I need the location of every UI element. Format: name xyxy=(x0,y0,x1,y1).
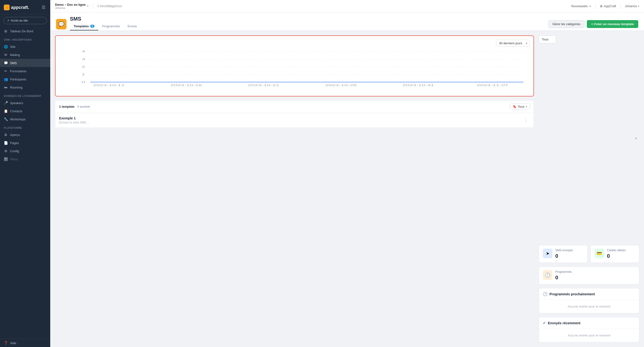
tab-templates[interactable]: Templates 1 xyxy=(70,22,98,30)
template-count: 1 template xyxy=(59,105,74,108)
sidebar-item-label: Rooming xyxy=(10,86,22,89)
sidebar-item-workshops[interactable]: 🔧 Workshops xyxy=(0,115,50,123)
svg-text:1: 1 xyxy=(82,73,86,76)
period-select[interactable]: 30 derniers jours 7 derniers jours 90 de… xyxy=(496,40,530,47)
tab-templates-badge: 1 xyxy=(90,25,94,28)
page-body: 30 derniers jours 7 derniers jours 90 de… xyxy=(50,31,644,347)
sidebar: 🔶 appcraft. ☰ ↗ Accès au site ⊞ Tableau … xyxy=(0,0,50,347)
sidebar-item-label: Aide xyxy=(10,341,16,345)
programmed-card-header: 🕐 Programmés prochainement xyxy=(539,288,639,300)
sidebar-item-contacts[interactable]: 📋 Contacts xyxy=(0,107,50,115)
mail-icon: ✉ xyxy=(4,53,8,57)
sidebar-item-tableau[interactable]: ⊞ Tableau De Bord xyxy=(0,27,50,35)
chevron-down-icon: ▾ xyxy=(87,4,88,8)
logo-icon: 🔶 xyxy=(4,4,10,10)
stat-value-sms: 0 xyxy=(555,253,573,259)
sidebar-item-label: Tableau De Bord xyxy=(10,30,33,33)
hamburger-button[interactable]: ☰ xyxy=(41,4,46,11)
programmed-body: Aucune entrée pour le moment xyxy=(539,300,639,313)
page-header-actions: Gérer les catégories + Créer un nouveau … xyxy=(548,20,638,30)
left-column: 30 derniers jours 7 derniers jours 90 de… xyxy=(55,36,534,342)
plans-icon: 📊 xyxy=(4,157,8,161)
programmed-empty: Aucune entrée pour le moment xyxy=(568,305,610,308)
tab-envois-label: Envois xyxy=(128,24,137,28)
workshop-icon: 🔧 xyxy=(4,117,8,121)
sidebar-item-aide[interactable]: ❓ Aide xyxy=(0,339,50,347)
pages-icon: 📄 xyxy=(4,141,8,145)
template-archived: 0 archivé xyxy=(77,105,90,108)
sent-card: ✔ Envoyés récemment Aucune entrée pour l… xyxy=(539,317,639,342)
clock-icon: 🕐 xyxy=(543,270,552,280)
sms-icon: 💬 xyxy=(4,61,8,65)
manage-categories-button[interactable]: Gérer les catégories xyxy=(548,20,584,28)
schedule-icon: 🕐 xyxy=(543,292,548,296)
appcraft-menu[interactable]: ⊞ AppCraft xyxy=(600,4,616,8)
sidebar-item-label: Workshops xyxy=(10,118,26,121)
template-preview: Écrivez ici votre SMS ... xyxy=(59,121,522,124)
sidebar-bottom: ❓ Aide xyxy=(0,338,50,347)
page-title-area: SMS Templates 1 Programmés Envois xyxy=(70,16,141,30)
project-name: Demo – Doc en ligne xyxy=(55,3,86,6)
logo: 🔶 appcraft. xyxy=(4,4,29,10)
tab-envois[interactable]: Envois xyxy=(124,22,141,30)
credits-icon: 💳 xyxy=(594,249,604,258)
stat-card-sms-envoyes: ➤ SMS envoyés 0 xyxy=(539,245,588,263)
sent-card-header: ✔ Envoyés récemment xyxy=(539,317,639,329)
sidebar-item-label: Config xyxy=(10,149,19,153)
stat-info-credits: Crédits utilisés 0 xyxy=(607,249,626,259)
project-name-area: Demo – Doc en ligne Johanna xyxy=(55,3,86,9)
right-filter-wrapper: Tous xyxy=(539,36,639,241)
contacts-icon: 📋 xyxy=(4,109,8,113)
project-hash: # 53nX0MbjqIOo1h xyxy=(97,4,122,8)
sidebar-item-apercu[interactable]: 🖥 Aperçu xyxy=(0,131,50,139)
template-list-card: 1 template 0 archivé 🔖 Tous ▾ Exemple 1 … xyxy=(55,100,534,128)
svg-text:2023-10-26: 2023-10-26 xyxy=(325,84,357,87)
topbar-divider3 xyxy=(620,4,620,8)
project-selector[interactable]: Demo – Doc en ligne Johanna ▾ xyxy=(55,3,88,9)
template-filter-dropdown[interactable]: 🔖 Tous ▾ xyxy=(510,104,530,110)
sidebar-item-sms[interactable]: 💬 SMS xyxy=(0,59,50,67)
user-menu[interactable]: Johanna ▾ xyxy=(625,4,639,8)
chart-area: 4 3 2 1 0 2023-10-11 2023-10-16 2023-10-… xyxy=(59,49,530,92)
sidebar-item-participants[interactable]: 👥 Participants xyxy=(0,75,50,83)
sms-page-icon: 💬 xyxy=(56,19,66,30)
nouveautes-label: Nouveautés xyxy=(571,4,588,8)
topbar: Demo – Doc en ligne Johanna ▾ # 53nX0Mbj… xyxy=(50,0,644,12)
template-more-button[interactable]: ⋮ xyxy=(522,117,530,124)
template-list-header: 1 template 0 archivé 🔖 Tous ▾ xyxy=(55,100,534,113)
appcraft-label: AppCraft xyxy=(604,4,616,8)
chart-header: 30 derniers jours 7 derniers jours 90 de… xyxy=(59,40,530,47)
user-chevron-icon: ▾ xyxy=(638,4,639,8)
sidebar-item-label: Site xyxy=(10,45,15,48)
create-template-button[interactable]: + Créer un nouveau template xyxy=(587,20,638,28)
tab-programmes[interactable]: Programmés xyxy=(98,22,124,30)
programmed-card: 🕐 Programmés prochainement Aucune entrée… xyxy=(539,288,639,313)
stat-info-sms: SMS envoyés 0 xyxy=(555,249,573,259)
sidebar-item-label: Aperçu xyxy=(10,133,20,137)
notification-dot xyxy=(589,5,591,7)
svg-text:2023-10-31: 2023-10-31 xyxy=(402,84,434,87)
send-icon: ➤ xyxy=(543,249,552,258)
filter-label: Tous xyxy=(518,105,524,108)
sidebar-item-label: Participants xyxy=(10,78,26,81)
sidebar-item-rooming[interactable]: 🛏 Rooming xyxy=(0,83,50,92)
sidebar-item-plans[interactable]: 📊 Plans xyxy=(0,155,50,163)
sidebar-item-site[interactable]: 🌐 Site xyxy=(0,42,50,51)
filter-chevron-icon: ▾ xyxy=(526,105,527,108)
sidebar-item-formulaires[interactable]: ✏ Formulaires xyxy=(0,67,50,75)
sidebar-item-speakers[interactable]: 🎤 Speakers xyxy=(0,99,50,107)
sidebar-item-config[interactable]: ⚙ Config xyxy=(0,147,50,155)
sidebar-item-pages[interactable]: 📄 Pages xyxy=(0,139,50,147)
sidebar-item-label: SMS xyxy=(10,61,17,65)
page-title: SMS xyxy=(70,16,141,22)
svg-text:2023-10-21: 2023-10-21 xyxy=(248,84,279,87)
sidebar-item-mailing[interactable]: ✉ Mailing xyxy=(0,51,50,59)
page-header-left: 💬 SMS Templates 1 Programmés Envois xyxy=(56,16,141,30)
monitor-icon: 🖥 xyxy=(4,133,8,137)
nouveautes-button[interactable]: Nouveautés xyxy=(571,4,591,8)
stats-row-bottom: 🕐 Programmés 0 xyxy=(539,266,639,284)
access-site-button[interactable]: ↗ Accès au site xyxy=(3,17,47,24)
platform-section-label: PLATEFORME xyxy=(0,123,50,131)
right-filter-select[interactable]: Tous xyxy=(539,36,556,43)
topbar-divider xyxy=(93,4,93,8)
